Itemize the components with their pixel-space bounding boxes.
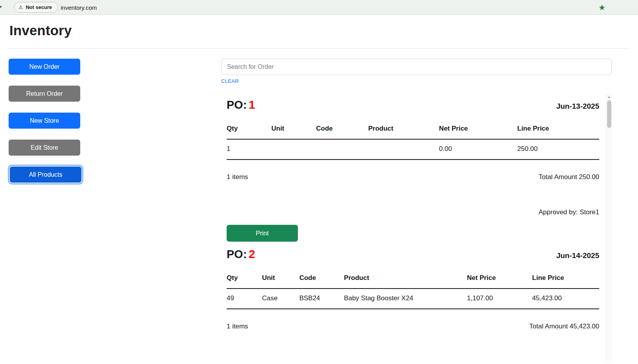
cell-line-price: 45,423.00 [532, 289, 599, 309]
order-table: Qty Unit Code Product Net Price Line Pri… [227, 119, 599, 160]
page: Inventory New Order Return Order New Sto… [0, 23, 638, 361]
po-number: 2 [249, 248, 255, 260]
scrollbar-thumb[interactable] [607, 100, 611, 128]
new-store-button[interactable]: New Store [9, 113, 80, 129]
po-label: PO: [227, 99, 247, 111]
po-label: PO: [227, 248, 247, 260]
column-header-unit: Unit [262, 269, 299, 289]
orders-list: PO:1 Jun-13-2025 Qty Unit Code Product [221, 94, 612, 361]
cell-qty: 49 [227, 289, 262, 309]
cell-line-price: 250.00 [517, 139, 599, 160]
column-header-qty: Qty [227, 119, 271, 139]
order-date: Jun-14-2025 [556, 251, 599, 260]
all-products-button[interactable]: All Products [10, 167, 81, 183]
print-button[interactable]: Print [227, 225, 298, 242]
browser-toolbar: ⟳ ⚠ Not secure inventory.com ★ [0, 0, 638, 15]
table-header-row: Qty Unit Code Product Net Price Line Pri… [227, 119, 599, 139]
po-heading: PO:1 [227, 99, 255, 111]
column-header-code: Code [299, 269, 344, 289]
po-heading: PO:2 [227, 248, 255, 261]
order-table: Qty Unit Code Product Net Price Line Pri… [227, 269, 599, 309]
column-header-unit: Unit [271, 119, 316, 139]
order-header: PO:1 Jun-13-2025 [227, 99, 599, 111]
cell-qty: 1 [227, 139, 271, 160]
cell-net-price: 1,107.00 [467, 289, 532, 309]
column-header-line-price: Line Price [532, 269, 599, 289]
column-header-product: Product [344, 269, 467, 289]
order-block: PO:2 Jun-14-2025 Qty Unit Code Product [221, 248, 612, 330]
url-text[interactable]: inventory.com [61, 4, 97, 11]
reload-icon[interactable]: ⟳ [0, 3, 2, 11]
search-input[interactable] [221, 59, 612, 75]
column-header-line-price: Line Price [517, 119, 599, 139]
divider [9, 48, 629, 48]
total-amount: Total Amount 250.00 [539, 173, 599, 181]
scroll-up-arrow-icon[interactable]: ▲ [606, 94, 612, 100]
edit-store-button[interactable]: Edit Store [9, 140, 80, 156]
cell-product [368, 139, 439, 160]
table-header-row: Qty Unit Code Product Net Price Line Pri… [227, 269, 599, 289]
totals-row: 1 items Total Amount 250.00 [227, 173, 599, 181]
page-title: Inventory [9, 23, 638, 38]
cell-net-price: 0.00 [439, 139, 517, 160]
totals-row: 1 items Total Amount 45,423.00 [227, 323, 599, 330]
warning-icon: ⚠ [18, 4, 23, 10]
column-header-product: Product [368, 119, 439, 139]
cell-code: BSB24 [299, 289, 344, 309]
total-amount: Total Amount 45,423.00 [529, 323, 599, 330]
security-label: Not secure [26, 4, 52, 10]
column-header-code: Code [316, 119, 368, 139]
cell-code [316, 139, 368, 160]
po-number: 1 [249, 99, 255, 111]
new-order-button[interactable]: New Order [9, 59, 80, 75]
order-header: PO:2 Jun-14-2025 [227, 248, 599, 261]
sidebar: New Order Return Order New Store Edit St… [9, 59, 221, 361]
table-row: 1 0.00 250.00 [227, 139, 599, 160]
order-date: Jun-13-2025 [556, 102, 599, 111]
column-header-net-price: Net Price [467, 269, 532, 289]
items-count: 1 items [227, 323, 248, 330]
content: New Order Return Order New Store Edit St… [0, 59, 638, 361]
items-count: 1 items [227, 173, 248, 181]
approved-by: Approved by: Store1 [227, 208, 599, 216]
main-panel: CLEAR PO:1 Jun-13-2025 Qty [221, 59, 612, 361]
order-block: PO:1 Jun-13-2025 Qty Unit Code Product [221, 99, 612, 242]
table-row: 49 Case BSB24 Baby Stag Booster X24 1,10… [227, 289, 599, 309]
clear-link[interactable]: CLEAR [221, 78, 239, 84]
scrollbar[interactable]: ▲ [606, 94, 612, 361]
return-order-button[interactable]: Return Order [9, 86, 80, 102]
cell-product: Baby Stag Booster X24 [344, 289, 467, 309]
bookmark-star-icon[interactable]: ★ [598, 2, 606, 12]
column-header-qty: Qty [227, 269, 262, 289]
cell-unit [271, 139, 316, 160]
security-chip[interactable]: ⚠ Not secure [14, 2, 58, 13]
column-header-net-price: Net Price [439, 119, 517, 139]
cell-unit: Case [262, 289, 299, 309]
